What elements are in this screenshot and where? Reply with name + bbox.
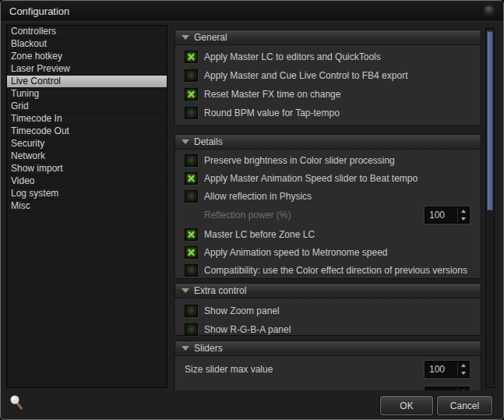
dialog-footer: OK Cancel [1, 390, 504, 420]
section-title: General [194, 32, 227, 43]
checkbox-row: Show R-G-B-A panel [175, 320, 481, 339]
spin-up-button[interactable] [458, 362, 469, 369]
section-title: Details [194, 136, 223, 147]
sidebar-item-timecode-out[interactable]: Timecode Out [7, 125, 167, 138]
spin-down-button[interactable] [458, 215, 469, 223]
checkbox-label: Preserve brightness in Color slider proc… [204, 155, 395, 166]
sidebar-item-log-system[interactable]: Log system [7, 188, 167, 200]
window-title: Configuration [9, 5, 69, 17]
collapse-triangle-icon [182, 139, 189, 144]
titlebar[interactable]: Configuration [1, 1, 503, 22]
checkbox[interactable] [185, 107, 198, 119]
collapse-triangle-icon [182, 288, 189, 293]
spinner-row: Reflection power (%) [175, 205, 481, 225]
section-extra-control: Extra controlShow Zoom panelShow R-G-B-A… [174, 283, 481, 336]
sidebar-item-laser-preview[interactable]: Laser Preview [7, 63, 167, 76]
section-title: Sliders [194, 343, 223, 354]
section-header-sliders[interactable]: Sliders [175, 341, 481, 356]
checkbox-row: Round BPM value for Tap-tempo [175, 104, 481, 122]
sidebar-item-misc[interactable]: Misc [7, 200, 167, 213]
checkbox[interactable] [185, 154, 198, 167]
settings-sections: GeneralApply Master LC to editors and Qu… [173, 25, 483, 390]
sidebar-item-zone-hotkey[interactable]: Zone hotkey [7, 51, 167, 63]
checkbox[interactable] [185, 305, 198, 317]
spinner-row: Size slider max value [175, 359, 481, 379]
scrollbar-thumb[interactable] [487, 31, 493, 210]
checkbox[interactable] [185, 246, 198, 259]
checkbox-label: Show Zoom panel [204, 305, 280, 316]
checkbox-label: Apply Animation speed to Metronome speed [204, 247, 387, 258]
checkbox-label: Round BPM value for Tap-tempo [204, 108, 340, 118]
checkbox-label: Reset Master FX time on change [204, 89, 340, 100]
checkbox-row: Reset Master FX time on change [175, 85, 481, 104]
collapse-triangle-icon [182, 346, 189, 351]
spin-value-input[interactable] [425, 362, 457, 377]
cancel-button[interactable]: Cancel [437, 396, 492, 415]
sidebar-item-network[interactable]: Network [7, 150, 167, 163]
number-spinner [425, 361, 470, 378]
sidebar-item-security[interactable]: Security [7, 138, 167, 150]
vertical-scrollbar[interactable] [485, 28, 495, 388]
checkbox-row: Show Zoom panel [175, 302, 481, 320]
checkbox-label: Master LC before Zone LC [204, 229, 315, 240]
spin-value-input[interactable] [425, 207, 457, 223]
section-title: Extra control [194, 285, 246, 296]
spin-down-button[interactable] [458, 369, 469, 377]
checkbox[interactable] [185, 51, 198, 63]
checkbox[interactable] [185, 172, 198, 185]
spinner-row [175, 385, 481, 390]
checkbox-label: Apply Master LC to editors and QuickTool… [204, 51, 381, 62]
sidebar-item-tuning[interactable]: Tuning [7, 88, 167, 101]
checkbox-row: Apply Master and Cue Live Control to FB4… [175, 66, 481, 85]
sidebar-item-grid[interactable]: Grid [7, 101, 167, 113]
checkbox[interactable] [185, 88, 198, 101]
configuration-dialog: Configuration ControllersBlackoutZone ho… [0, 0, 504, 420]
checkbox-label: Allow reflection in Physics [204, 191, 312, 202]
sidebar-item-controllers[interactable]: Controllers [7, 26, 167, 38]
section-general: GeneralApply Master LC to editors and Qu… [174, 30, 481, 126]
sidebar-item-live-control[interactable]: Live Control [7, 76, 167, 88]
magnifier-icon[interactable] [9, 394, 27, 414]
checkbox-label: Show R-G-B-A panel [204, 324, 291, 335]
checkbox-row: Apply Animation speed to Metronome speed [175, 243, 481, 261]
spinner-label: Size slider max value [185, 364, 425, 375]
checkbox-row: Master LC before Zone LC [175, 225, 481, 243]
ok-button[interactable]: OK [380, 396, 433, 415]
checkbox-row: Apply Master LC to editors and QuickTool… [175, 48, 481, 66]
checkbox-row: Preserve brightness in Color slider proc… [175, 151, 481, 169]
section-header-extra-control[interactable]: Extra control [175, 284, 481, 298]
checkbox-label: Apply Master and Cue Live Control to FB4… [204, 70, 407, 81]
sidebar-item-timecode-in[interactable]: Timecode In [7, 113, 167, 125]
spinner-label: Reflection power (%) [204, 210, 425, 221]
checkbox-label: Compatibility: use the Color effect dire… [204, 265, 467, 276]
settings-panel: GeneralApply Master LC to editors and Qu… [173, 25, 497, 390]
checkbox-label: Apply Master Animation Speed slider to B… [204, 173, 418, 184]
checkbox[interactable] [185, 228, 198, 241]
checkbox[interactable] [185, 323, 198, 336]
sidebar-item-show-import[interactable]: Show import [7, 163, 167, 175]
section-header-general[interactable]: General [175, 30, 481, 45]
checkbox[interactable] [185, 190, 198, 203]
number-spinner [425, 206, 470, 224]
checkbox[interactable] [185, 69, 198, 82]
checkbox-row: Compatibility: use the Color effect dire… [175, 261, 481, 279]
sidebar-item-blackout[interactable]: Blackout [7, 38, 167, 51]
checkbox-row: Allow reflection in Physics [175, 187, 481, 205]
section-details: DetailsPreserve brightness in Color slid… [174, 134, 481, 279]
orb-icon[interactable] [483, 5, 495, 17]
settings-category-list: ControllersBlackoutZone hotkeyLaser Prev… [6, 25, 167, 388]
spin-up-button[interactable] [458, 207, 469, 215]
checkbox-row: Apply Master Animation Speed slider to B… [175, 169, 481, 187]
sidebar-item-video[interactable]: Video [7, 175, 167, 188]
checkbox[interactable] [185, 264, 198, 277]
section-sliders: SlidersSize slider max value [174, 341, 481, 390]
collapse-triangle-icon [182, 35, 189, 40]
section-header-details[interactable]: Details [175, 135, 481, 150]
